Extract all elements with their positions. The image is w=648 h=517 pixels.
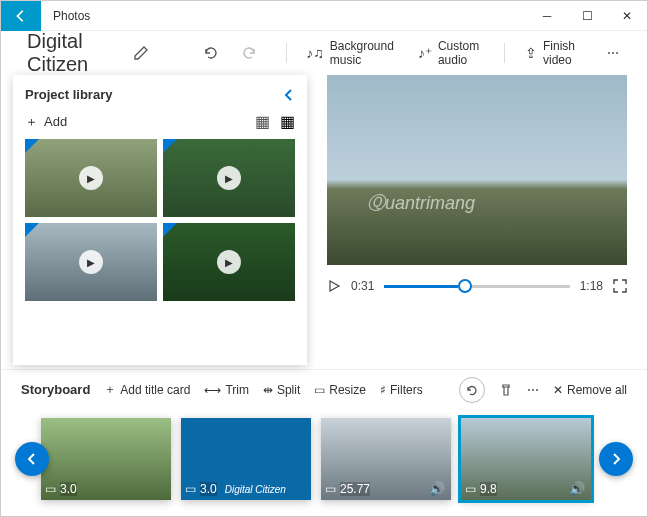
- music-icon: ♪♫: [306, 45, 324, 61]
- resize-button[interactable]: ▭Resize: [314, 383, 366, 397]
- fullscreen-button[interactable]: [613, 279, 627, 293]
- storyboard-clip[interactable]: ▭25.77 🔊: [321, 418, 451, 500]
- library-thumbnail[interactable]: ▶: [25, 139, 157, 217]
- redo-button[interactable]: [234, 41, 266, 65]
- clip-duration: 3.0: [200, 482, 217, 496]
- more-clip-button[interactable]: ⋯: [527, 383, 539, 397]
- close-button[interactable]: ✕: [607, 1, 647, 31]
- selected-corner-icon: [163, 223, 177, 237]
- play-overlay-icon: ▶: [217, 166, 241, 190]
- video-icon: ▭: [325, 482, 336, 496]
- minimize-button[interactable]: ─: [527, 1, 567, 31]
- audio-icon: ♪⁺: [418, 45, 432, 61]
- seek-slider[interactable]: [384, 285, 569, 288]
- storyboard-clip[interactable]: ▭3.0: [41, 418, 171, 500]
- play-overlay-icon: ▶: [217, 250, 241, 274]
- add-media-button[interactable]: ＋Add: [25, 113, 67, 131]
- image-icon: ▭: [185, 482, 196, 496]
- divider: [286, 43, 287, 63]
- clip-caption: Digital Citizen: [225, 484, 286, 495]
- grid-large-icon[interactable]: ▦: [280, 112, 295, 131]
- background-music-button[interactable]: ♪♫Background music: [298, 35, 402, 71]
- filters-button[interactable]: ♯Filters: [380, 383, 423, 397]
- grid-small-icon[interactable]: ▦: [255, 112, 270, 131]
- storyboard-clip[interactable]: ▭9.8 🔊: [461, 418, 591, 500]
- divider: [504, 43, 505, 63]
- back-button[interactable]: [1, 1, 41, 31]
- collapse-library-button[interactable]: [283, 89, 295, 101]
- more-button[interactable]: ⋯: [599, 42, 627, 64]
- export-icon: ⇪: [525, 45, 537, 61]
- volume-icon[interactable]: 🔊: [569, 481, 585, 496]
- play-overlay-icon: ▶: [79, 166, 103, 190]
- storyboard-title: Storyboard: [21, 382, 90, 397]
- project-title: Digital Citizen: [27, 30, 113, 76]
- library-title: Project library: [25, 87, 112, 102]
- finish-video-button[interactable]: ⇪Finish video: [517, 35, 591, 71]
- volume-icon[interactable]: 🔊: [429, 481, 445, 496]
- library-thumbnail[interactable]: ▶: [163, 139, 295, 217]
- delete-button[interactable]: [499, 383, 513, 397]
- close-icon: ✕: [553, 383, 563, 397]
- remove-all-button[interactable]: ✕Remove all: [553, 383, 627, 397]
- resize-icon: ▭: [314, 383, 325, 397]
- plus-icon: ＋: [104, 381, 116, 398]
- rotate-button[interactable]: [459, 377, 485, 403]
- play-button[interactable]: [327, 279, 341, 293]
- watermark: Ⓠuantrimang: [367, 191, 475, 215]
- trim-icon: ⟷: [204, 383, 221, 397]
- split-button[interactable]: ⇹Split: [263, 383, 300, 397]
- clip-duration: 3.0: [60, 482, 77, 496]
- project-library-panel: Project library ＋Add ▦ ▦ ▶ ▶ ▶ ▶: [13, 75, 307, 365]
- custom-audio-button[interactable]: ♪⁺Custom audio: [410, 35, 492, 71]
- split-icon: ⇹: [263, 383, 273, 397]
- clip-duration: 25.77: [340, 482, 370, 496]
- edit-title-button[interactable]: [133, 45, 149, 61]
- library-thumbnail[interactable]: ▶: [163, 223, 295, 301]
- app-title: Photos: [53, 9, 90, 23]
- current-time: 0:31: [351, 279, 374, 293]
- video-preview[interactable]: Ⓠuantrimang: [327, 75, 627, 265]
- image-icon: ▭: [45, 482, 56, 496]
- selected-corner-icon: [163, 139, 177, 153]
- library-thumbnail[interactable]: ▶: [25, 223, 157, 301]
- seek-knob[interactable]: [458, 279, 472, 293]
- add-title-card-button[interactable]: ＋Add title card: [104, 381, 190, 398]
- plus-icon: ＋: [25, 113, 38, 131]
- scroll-left-button[interactable]: [15, 442, 49, 476]
- video-icon: ▭: [465, 482, 476, 496]
- filters-icon: ♯: [380, 383, 386, 397]
- storyboard-clip[interactable]: ▭3.0Digital Citizen: [181, 418, 311, 500]
- total-time: 1:18: [580, 279, 603, 293]
- maximize-button[interactable]: ☐: [567, 1, 607, 31]
- trim-button[interactable]: ⟷Trim: [204, 383, 249, 397]
- play-overlay-icon: ▶: [79, 250, 103, 274]
- scroll-right-button[interactable]: [599, 442, 633, 476]
- undo-button[interactable]: [194, 41, 226, 65]
- selected-corner-icon: [25, 139, 39, 153]
- clip-duration: 9.8: [480, 482, 497, 496]
- selected-corner-icon: [25, 223, 39, 237]
